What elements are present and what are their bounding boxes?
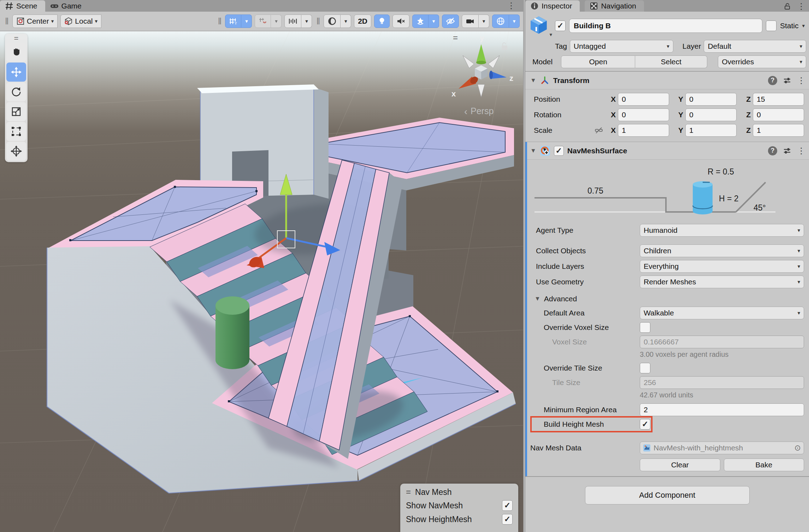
help-icon[interactable]: ? — [768, 76, 777, 85]
scale-x-field[interactable] — [618, 124, 669, 137]
tag-dropdown[interactable]: Untagged▾ — [570, 40, 673, 53]
foldout-icon[interactable]: ▼ — [530, 77, 536, 84]
building-model — [47, 84, 516, 493]
grid-visibility-toggle[interactable]: Y ▾ — [225, 14, 252, 28]
rotation-x-field[interactable] — [618, 108, 669, 121]
agent-type-label: Agent Type — [525, 226, 638, 235]
move-tool[interactable] — [6, 63, 26, 82]
tab-navigation[interactable]: Navigation — [585, 0, 644, 12]
scale-tool[interactable] — [6, 102, 26, 121]
default-area-dropdown[interactable]: Walkable▾ — [640, 307, 804, 319]
scale-link-icon[interactable] — [595, 126, 603, 135]
show-navmesh-checkbox[interactable]: ✓ — [502, 500, 513, 511]
position-y-field[interactable] — [685, 93, 737, 106]
inspector-lock-icon[interactable] — [784, 2, 791, 10]
voxel-size-row: Voxel Size — [525, 334, 809, 350]
transform-tool[interactable] — [6, 142, 26, 161]
tab-scene[interactable]: Scene — [0, 0, 45, 12]
scene-camera-dropdown[interactable]: ▾ — [462, 14, 489, 28]
advanced-foldout[interactable]: ▼ Advanced — [525, 290, 809, 305]
navmesh-panel-handle[interactable]: = — [406, 487, 411, 497]
rect-tool[interactable] — [6, 122, 26, 141]
pivot-mode-dropdown[interactable]: Center ▾ — [12, 14, 58, 28]
toolbar-grip2[interactable]: ‖ — [218, 16, 221, 27]
component-enabled-checkbox[interactable]: ✓ — [554, 146, 564, 156]
clear-button[interactable]: Clear — [640, 459, 720, 471]
rotate-tool[interactable] — [6, 82, 26, 101]
help-icon[interactable]: ? — [768, 146, 777, 155]
foldout-icon[interactable]: ▼ — [530, 147, 536, 154]
position-x-field[interactable] — [618, 93, 669, 106]
toolstrip-handle[interactable]: = — [5, 35, 28, 42]
bake-button[interactable]: Bake — [724, 459, 804, 471]
model-select-button[interactable]: Select — [635, 55, 707, 68]
nav-mesh-data-label: Nav Mesh Data — [525, 444, 638, 452]
scale-z-field[interactable] — [753, 124, 804, 137]
gameobject-header: ▾ ✓ Static ▾ Tag Untagged▾ Layer Default… — [525, 12, 809, 71]
build-height-mesh-label: Build Height Mesh — [525, 420, 638, 428]
hand-tool[interactable] — [6, 43, 26, 62]
agent-type-dropdown[interactable]: Humanoid▾ — [640, 224, 804, 237]
scene-audio-toggle[interactable] — [392, 14, 409, 28]
toolbar-grip[interactable]: ‖ — [5, 16, 8, 27]
object-picker-icon[interactable]: ⊙ — [795, 443, 801, 453]
axis-x-label: X — [605, 95, 616, 104]
shading-mode-dropdown[interactable]: ▾ — [324, 14, 351, 28]
projection-label: Persp — [471, 106, 494, 116]
model-open-button[interactable]: Open — [561, 55, 635, 68]
tab-inspector[interactable]: Inspector — [525, 0, 580, 12]
gizmos-toggle[interactable]: ▾ — [492, 14, 520, 28]
gameobject-active-checkbox[interactable]: ✓ — [555, 20, 566, 31]
orientation-gizmo[interactable]: y x z ‹ Persp — [446, 34, 520, 119]
info-icon — [530, 2, 539, 10]
show-heightmesh-checkbox[interactable]: ✓ — [502, 514, 513, 525]
scene-effects-toggle[interactable]: ▾ — [412, 14, 439, 28]
orientation-dropdown[interactable]: Local ▾ — [60, 14, 101, 28]
scene-visibility-toggle[interactable] — [442, 14, 459, 28]
use-geometry-dropdown[interactable]: Render Meshes▾ — [640, 276, 804, 288]
rotation-row: RotationXYZ — [525, 107, 809, 123]
nav-mesh-data-field[interactable]: NavMesh-with_heightmesh ⊙ — [640, 442, 804, 454]
overrides-dropdown[interactable]: Overrides▾ — [718, 55, 806, 68]
min-region-field[interactable] — [640, 403, 804, 416]
agent-radius-label: R = 0.5 — [708, 167, 734, 176]
override-tile-checkbox[interactable] — [640, 363, 650, 373]
build-height-mesh-checkbox[interactable]: ✓ — [640, 419, 650, 430]
gameobject-name-field[interactable] — [569, 19, 762, 33]
measure-tool-dropdown[interactable]: ▾ — [284, 14, 312, 28]
include-layers-dropdown[interactable]: Everything▾ — [640, 260, 804, 273]
add-component-button[interactable]: Add Component — [585, 486, 750, 504]
collect-objects-dropdown[interactable]: Children▾ — [640, 244, 804, 257]
tab-game-label: Game — [61, 2, 82, 10]
position-z-field[interactable] — [753, 93, 804, 106]
kebab-icon[interactable]: ⋮ — [797, 76, 805, 85]
rotation-z-field[interactable] — [753, 108, 804, 121]
rotation-y-field[interactable] — [685, 108, 737, 121]
static-checkbox[interactable] — [766, 20, 776, 31]
agent-height-label: H = 2 — [719, 194, 739, 203]
tab-game[interactable]: Game — [45, 0, 89, 12]
static-caret[interactable]: ▾ — [802, 23, 805, 29]
toolbar-grip3[interactable]: ‖ — [316, 16, 319, 27]
axis-x-label: x — [451, 89, 456, 98]
presets-icon[interactable] — [783, 147, 791, 155]
transform-header[interactable]: ▼ Transform ? ⋮ — [525, 72, 809, 89]
scene-lighting-toggle[interactable] — [374, 14, 390, 28]
scale-y-field[interactable] — [685, 124, 737, 137]
scene-viewport[interactable]: = = — [0, 31, 523, 532]
scene-3d-render — [0, 31, 523, 532]
navmeshsurface-header[interactable]: ▼ ✓ NavMeshSurface ? ⋮ — [525, 142, 809, 160]
presets-icon[interactable] — [783, 76, 791, 85]
layer-dropdown[interactable]: Default▾ — [704, 40, 806, 53]
grid-snap-toggle[interactable]: ▾ — [255, 14, 282, 28]
green-cylinder — [215, 296, 249, 369]
kebab-icon[interactable]: ⋮ — [797, 146, 805, 156]
add-component-area: Add Component — [525, 476, 809, 514]
hand-icon — [11, 47, 22, 58]
caret-icon: ▾ — [271, 14, 282, 28]
prefab-icon[interactable]: ▾ — [529, 15, 551, 36]
override-voxel-checkbox[interactable] — [640, 322, 650, 333]
scene-tab-kebab-icon[interactable]: ⋮ — [507, 1, 515, 10]
inspector-kebab-icon[interactable]: ⋮ — [797, 1, 805, 11]
2d-mode-button[interactable]: 2D — [354, 14, 371, 28]
